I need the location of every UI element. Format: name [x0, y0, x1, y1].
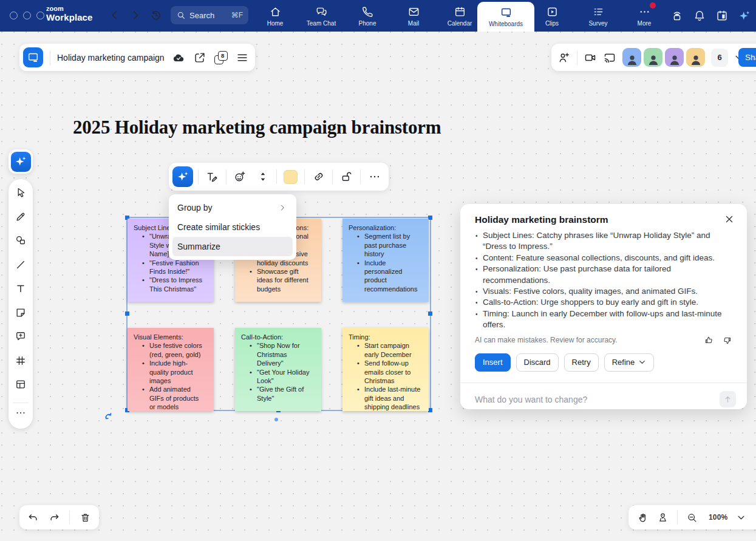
summary-item: Timing: Launch in early December with fo… [475, 308, 732, 331]
menu-item-label: Summarize [177, 242, 220, 251]
refine-input[interactable]: What do you want to change? [475, 395, 720, 404]
tool-frame[interactable] [15, 355, 27, 367]
collaborate-button[interactable] [557, 51, 571, 64]
tab-home[interactable]: Home [252, 0, 298, 32]
tab-mail[interactable]: Mail [390, 0, 437, 32]
back-button[interactable] [108, 9, 121, 22]
notifications-button[interactable] [693, 9, 706, 22]
menu-item-create-similar-stickies[interactable]: Create similar stickies [172, 217, 293, 237]
selection-handle-se[interactable] [428, 408, 432, 412]
summary-item: Personalization: Use past purchase data … [475, 264, 732, 286]
zoom-level[interactable]: 100% [709, 513, 728, 522]
history-button[interactable] [149, 9, 163, 22]
refine-button[interactable]: Refine [604, 353, 655, 372]
share-button[interactable]: Share [738, 48, 756, 67]
insert-button[interactable]: Insert [475, 353, 511, 372]
tab-team-chat[interactable]: Team Chat [298, 0, 344, 32]
board-title[interactable]: Holiday marketing campaign [57, 53, 165, 63]
open-in-new-button[interactable] [192, 51, 207, 64]
collaborator-cursor-dot [274, 418, 278, 421]
laser-pointer-button[interactable] [657, 512, 669, 523]
tab-whiteboards[interactable]: Whiteboards [477, 2, 534, 32]
board-toolbar: Holiday marketing campaign 8 [19, 44, 255, 71]
discard-button[interactable]: Discard [516, 353, 559, 372]
board-menu-button[interactable] [235, 51, 250, 64]
trash-icon [80, 512, 91, 523]
tool-sticky-note[interactable] [15, 307, 27, 319]
divider [460, 383, 747, 383]
participant-count[interactable]: 6 [711, 49, 728, 67]
frames-button[interactable]: 8 [214, 51, 228, 64]
tab-icon [638, 5, 651, 18]
fill-color-button[interactable] [282, 170, 300, 184]
workspace-reservation-button[interactable] [670, 9, 684, 22]
tab-survey[interactable]: Survey [575, 0, 621, 32]
sort-button[interactable] [254, 170, 272, 183]
tool-more[interactable] [15, 407, 27, 419]
thumbs-up-button[interactable] [704, 335, 714, 345]
more-options-button[interactable] [366, 170, 384, 183]
ai-companion-button[interactable] [738, 9, 751, 22]
tab-clips[interactable]: Clips [529, 0, 575, 32]
reaction-button[interactable] [231, 170, 249, 183]
thumbs-down-button[interactable] [722, 335, 732, 345]
menu-item-summarize[interactable]: Summarize [172, 237, 293, 256]
avatar-user-2[interactable] [644, 48, 662, 67]
refine-input-row: What do you want to change? [475, 391, 736, 407]
chevron-down-icon [638, 358, 646, 366]
menu-item-group-by[interactable]: Group by [172, 198, 293, 217]
ai-companion-button[interactable] [172, 166, 193, 187]
zoom-out-button[interactable] [686, 512, 698, 523]
window-minimize-button[interactable] [23, 12, 31, 19]
whiteboard-app-button[interactable] [23, 47, 43, 67]
tab-more[interactable]: More [621, 0, 667, 32]
pan-tool-button[interactable] [637, 512, 649, 523]
zoom-menu-button[interactable] [737, 513, 746, 522]
tool-line[interactable] [15, 259, 27, 271]
cast-button[interactable] [603, 51, 616, 64]
tool-shapes[interactable] [15, 234, 27, 247]
avatar-user-3[interactable] [665, 48, 684, 67]
window-close-button[interactable] [10, 12, 18, 19]
selection-handle-e[interactable] [428, 311, 432, 316]
tool-text[interactable] [15, 282, 27, 294]
canvas-title-text[interactable]: 2025 Holiday marketing campaign brainsto… [73, 117, 441, 138]
sticky-note-visual-elements[interactable]: Visual Elements: Use festive colors (red… [128, 328, 214, 411]
avatar-user-4[interactable] [686, 48, 705, 67]
selection-toolbar [169, 163, 389, 191]
send-button[interactable] [720, 391, 736, 407]
ai-companion-tool-button[interactable] [9, 149, 33, 174]
undo-button[interactable] [27, 512, 39, 523]
sticky-note-timing[interactable]: Timing: Start campaign early DecemberSen… [342, 328, 429, 411]
start-video-button[interactable] [584, 51, 597, 64]
camera-icon [584, 51, 597, 64]
forward-button[interactable] [129, 9, 142, 22]
tab-icon [407, 5, 420, 18]
arrow-up-icon [723, 395, 732, 404]
selection-handle-ne[interactable] [428, 216, 432, 220]
tab-calendar[interactable]: Calendar [437, 0, 483, 32]
panel-close-button[interactable] [724, 214, 735, 225]
delete-button[interactable] [80, 512, 91, 523]
sticky-bullet-list: Segment list by past purchase historyInc… [349, 232, 423, 293]
tool-table[interactable] [15, 378, 27, 390]
redo-button[interactable] [49, 512, 60, 523]
schedule-button[interactable] [715, 9, 729, 22]
tab-phone[interactable]: Phone [344, 0, 390, 32]
tool-select[interactable] [15, 186, 27, 199]
link-button[interactable] [310, 170, 328, 183]
sticky-note-personalization[interactable]: Personalization: Segment list by past pu… [342, 219, 429, 302]
tool-comment[interactable] [15, 330, 27, 342]
window-zoom-button[interactable] [36, 12, 44, 19]
tab-label: More [638, 20, 652, 27]
search-input[interactable]: Search ⌘F [171, 6, 248, 24]
saved-status-button[interactable] [171, 51, 186, 64]
retry-button[interactable]: Retry [564, 353, 599, 372]
window-controls[interactable] [10, 12, 44, 19]
lock-button[interactable] [338, 170, 356, 183]
whiteboard-canvas[interactable]: 2025 Holiday marketing campaign brainsto… [0, 0, 756, 541]
text-style-button[interactable] [203, 170, 221, 183]
avatar-user-1[interactable] [622, 48, 641, 67]
tool-draw[interactable] [15, 211, 27, 223]
sticky-note-call-to-action[interactable]: Call-to-Action: "Shop Now for Christmas … [235, 328, 321, 411]
